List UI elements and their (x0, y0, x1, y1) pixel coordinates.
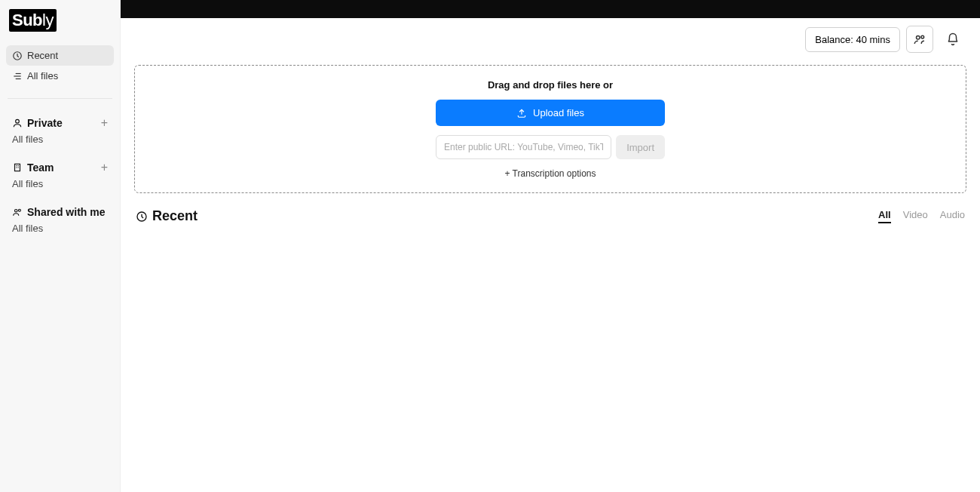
upload-files-button[interactable]: Upload files (436, 100, 665, 126)
nav-recent[interactable]: Recent (6, 45, 114, 66)
nav-recent-label: Recent (27, 50, 58, 61)
upload-icon (516, 108, 527, 118)
clock-icon (12, 51, 23, 61)
svg-point-13 (921, 35, 924, 38)
section-team[interactable]: Team + (6, 157, 114, 175)
section-shared[interactable]: Shared with me (6, 201, 114, 220)
svg-point-11 (18, 209, 20, 211)
nav-all-files-label: All files (27, 70, 58, 81)
bell-icon (946, 32, 960, 46)
section-shared-title: Shared with me (27, 206, 108, 218)
balance-button[interactable]: Balance: 40 mins (805, 27, 900, 52)
private-all-files[interactable]: All files (6, 131, 114, 149)
user-icon (12, 118, 23, 128)
users-icon (12, 207, 23, 217)
section-team-title: Team (27, 161, 96, 174)
svg-point-4 (16, 119, 20, 123)
filter-tabs: All Video Audio (878, 209, 965, 223)
building-icon (12, 162, 23, 173)
upload-files-label: Upload files (533, 107, 584, 118)
section-private[interactable]: Private + (6, 112, 114, 131)
invite-button[interactable] (906, 26, 933, 53)
recent-title: Recent (152, 208, 198, 224)
list-icon (12, 71, 23, 81)
svg-point-10 (15, 210, 18, 213)
import-button[interactable]: Import (616, 135, 665, 159)
people-icon (913, 32, 926, 46)
notifications-button[interactable] (939, 26, 966, 53)
top-banner (121, 0, 980, 18)
sidebar: Subly Recent All files Private + All fil… (0, 0, 121, 492)
shared-all-files[interactable]: All files (6, 220, 114, 238)
dropzone-text: Drag and drop files here or (488, 79, 613, 91)
upload-dropzone[interactable]: Drag and drop files here or Upload files… (134, 65, 966, 193)
transcription-options-link[interactable]: + Transcription options (504, 168, 596, 179)
section-private-title: Private (27, 117, 96, 129)
add-team-button[interactable]: + (101, 161, 108, 174)
clock-icon (136, 211, 148, 223)
filter-video[interactable]: Video (903, 209, 928, 223)
svg-rect-5 (15, 164, 20, 171)
team-all-files[interactable]: All files (6, 175, 114, 194)
add-private-button[interactable]: + (101, 117, 108, 129)
main-area: Balance: 40 mins Drag and drop files her… (121, 0, 980, 492)
filter-audio[interactable]: Audio (940, 209, 965, 223)
filter-all[interactable]: All (878, 209, 891, 223)
divider (8, 98, 112, 99)
svg-point-12 (917, 36, 920, 40)
toolbar: Balance: 40 mins (121, 18, 980, 59)
url-input[interactable] (436, 135, 611, 159)
nav-all-files[interactable]: All files (6, 66, 114, 86)
app-logo[interactable]: Subly (9, 9, 57, 32)
